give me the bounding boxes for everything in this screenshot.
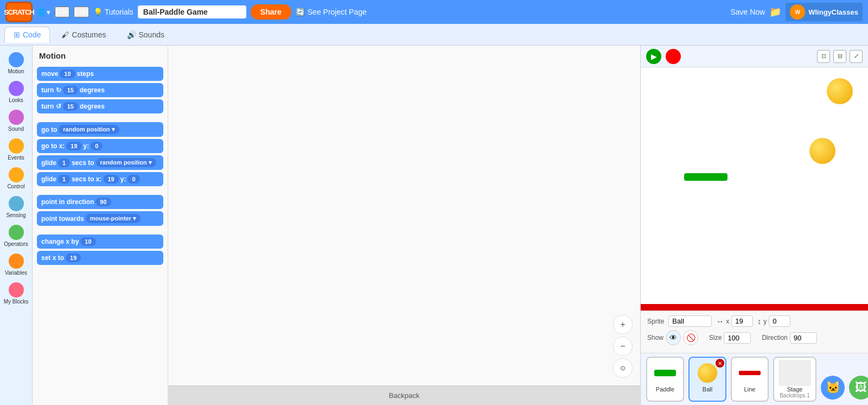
x-coord-icon: ↔ [716,317,724,326]
block-move[interactable]: move 10 steps [37,67,163,81]
sidebar-item-operators[interactable]: Operators [1,223,31,249]
globe-icon: 🌐 [37,8,46,16]
control-label: Control [7,183,24,189]
see-project-btn[interactable]: 🔄 See Project Page [296,8,367,16]
green-flag-btn[interactable]: ▶ [646,49,661,64]
sprite-card-paddle[interactable]: Paddle [646,357,684,402]
variables-circle [9,254,24,269]
backdrops-count-label: Backdrops 1 [780,393,810,398]
script-area[interactable]: + − ⊙ Backpack [168,46,640,405]
sidebar-item-myblocks[interactable]: My Blocks [1,280,31,307]
block-turn-ccw[interactable]: turn ↺ 15 degrees [37,99,163,113]
tab-sounds[interactable]: 🔊 Sounds [118,27,174,43]
stage-card-label: Stage [787,386,803,393]
blocks-heading: Motion [33,49,168,65]
operators-label: Operators [4,241,28,247]
sprite-label: Sprite [647,318,664,325]
ball-label: Ball [703,386,712,393]
block-glide-xy[interactable]: glide 1 secs to x: 19 y: 0 [37,172,163,186]
hide-eye-btn[interactable]: 🚫 [683,330,698,345]
tab-code[interactable]: ⊞ Code [4,27,50,43]
direction-input[interactable] [790,332,817,344]
zoom-out-btn[interactable]: − [613,337,633,356]
sound-icon: 🔊 [127,30,136,39]
top-navigation: SCRATCH 🌐 ▾ File Edit 💡 Tutorials Share … [0,0,868,24]
size-label: Size [709,334,722,341]
sidebar-item-events[interactable]: Events [1,136,31,163]
scratch-logo[interactable]: SCRATCH [5,2,33,22]
block-point-towards[interactable]: point towards mouse-pointer ▾ [37,211,163,226]
blocks-panel: Motion move 10 steps turn ↻ 15 degrees t… [33,46,168,405]
sidebar-item-variables[interactable]: Variables [1,251,31,278]
sidebar-item-motion[interactable]: Motion [1,50,31,77]
folder-icon[interactable]: 📁 [769,6,781,18]
main-content: Motion Looks Sound Events Control Sensin… [0,46,868,405]
zoom-in-btn[interactable]: + [613,315,633,334]
user-name: WlingyClasses [808,8,858,16]
block-gotoxy[interactable]: go to x: 19 y: 0 [37,139,163,153]
tab-costumes[interactable]: 🖌 Costumes [52,27,115,43]
user-profile-btn[interactable]: W WlingyClasses [786,3,863,21]
language-selector[interactable]: 🌐 ▾ [37,8,50,16]
stage-area: ▶ ⊡ ⊟ ⤢ Sprite ↔ [640,46,868,405]
avatar: W [790,4,805,20]
backpack-bar[interactable]: Backpack [168,385,640,405]
sidebar-item-sound[interactable]: Sound [1,107,31,134]
sprite-name-input[interactable] [668,315,712,327]
block-change-x[interactable]: change x by 10 [37,235,163,249]
add-backdrop-btn[interactable]: 🖼 [849,376,868,400]
stage-ball-sprite-2 [809,138,835,164]
block-point-direction[interactable]: point in direction 90 [37,195,163,209]
save-now-button[interactable]: Save Now [730,8,765,16]
stage-normal-btn[interactable]: ⊟ [833,50,846,63]
sprite-card-ball[interactable]: ✕ Ball [688,357,726,402]
zoom-reset-btn[interactable]: ⊙ [613,358,633,378]
size-input[interactable] [724,332,751,344]
stage-ball-sprite [827,78,853,104]
stage-controls: ▶ ⊡ ⊟ ⤢ [641,46,868,67]
show-label: Show [647,334,663,341]
refresh-icon: 🔄 [296,8,305,16]
edit-menu[interactable]: Edit [74,7,89,17]
tutorials-btn[interactable]: 💡 Tutorials [93,8,133,16]
looks-label: Looks [9,97,23,103]
show-eye-btn[interactable]: 👁 [666,330,681,345]
zoom-controls: + − ⊙ [613,315,633,378]
code-icon: ⊞ [14,30,20,39]
sidebar-item-looks[interactable]: Looks [1,79,31,105]
y-coord-input[interactable] [769,315,790,327]
stage-fullscreen-btn[interactable]: ⤢ [850,50,863,63]
sound-label: Sound [8,126,24,132]
looks-circle [9,81,24,96]
sensing-circle [9,196,24,211]
block-goto-random[interactable]: go to random position ▾ [37,122,163,137]
y-label: y [763,318,767,325]
sprite-list: Paddle ✕ Ball Line Stage [641,353,868,405]
stop-btn[interactable] [666,49,681,64]
events-label: Events [8,155,24,161]
globe-chevron: ▾ [47,8,50,16]
variables-label: Variables [5,270,27,276]
backpack-label: Backpack [389,391,419,400]
add-sprite-btn[interactable]: 🐱 [821,376,845,400]
stage-card[interactable]: Stage Backdrops 1 [773,357,816,402]
x-coord-input[interactable] [731,315,753,327]
block-set-x[interactable]: set x to 19 [37,251,163,265]
block-turn-cw[interactable]: turn ↻ 15 degrees [37,83,163,97]
tabs-bar: ⊞ Code 🖌 Costumes 🔊 Sounds [0,24,868,46]
share-button[interactable]: Share [251,4,291,20]
sprite-info-panel: Sprite ↔ x ↕ y Show 👁 🚫 [641,311,868,353]
sprite-card-line[interactable]: Line [731,357,769,402]
stage-paddle-sprite [684,173,727,181]
block-glide-random[interactable]: glide 1 secs to random position ▾ [37,155,163,170]
sidebar-item-sensing[interactable]: Sensing [1,194,31,220]
project-title-input[interactable] [138,5,246,18]
sensing-label: Sensing [6,212,25,218]
stage-small-btn[interactable]: ⊡ [817,50,830,63]
myblocks-label: My Blocks [4,299,29,305]
ball-delete-btn[interactable]: ✕ [716,359,724,368]
file-menu[interactable]: File [55,7,69,17]
costume-icon: 🖌 [61,30,69,39]
sidebar-item-control[interactable]: Control [1,165,31,192]
motion-label: Motion [8,68,24,74]
